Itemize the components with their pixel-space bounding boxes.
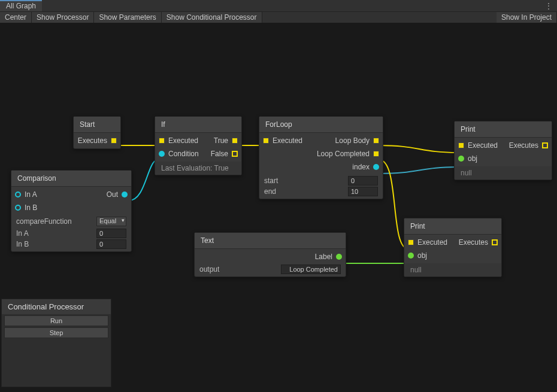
port-obj[interactable]: obj [408, 249, 427, 262]
port-executed[interactable]: Executed [159, 134, 198, 147]
exec-port-icon [263, 138, 269, 144]
port-label: Loop Completed [317, 150, 370, 158]
node-title: Start [74, 117, 120, 133]
tab-spacer [42, 0, 540, 11]
port-executed[interactable]: Executed [408, 236, 447, 249]
data-port-icon [159, 151, 165, 157]
node-start[interactable]: Start Executes [73, 116, 121, 149]
node-if[interactable]: If Executed Condition True False [155, 116, 242, 175]
port-label: Executed [417, 238, 447, 247]
port-label: True [214, 136, 228, 145]
port-label[interactable]: Label [315, 250, 342, 263]
exec-port-icon [232, 151, 238, 157]
port-obj[interactable]: obj [458, 152, 477, 165]
step-button[interactable]: Step [4, 327, 108, 338]
node-title: If [155, 117, 241, 133]
exec-port-icon [492, 239, 498, 245]
port-executed[interactable]: Executed [458, 139, 498, 152]
field-label: compareFunction [16, 217, 93, 226]
port-false[interactable]: False [211, 147, 238, 160]
port-index[interactable]: index [352, 160, 379, 174]
exec-port-icon [159, 138, 165, 144]
node-print-1[interactable]: Print Executed obj Executes null [454, 121, 552, 180]
in-b-input[interactable] [96, 239, 126, 249]
port-condition[interactable]: Condition [159, 147, 199, 160]
null-value: null [455, 166, 552, 180]
field-label: In A [16, 229, 93, 238]
tab-all-graph[interactable]: All Graph [0, 0, 42, 11]
node-title: ForLoop [259, 117, 383, 133]
toolbar-spacer [262, 12, 497, 23]
end-field: end [259, 187, 383, 199]
show-in-project-button[interactable]: Show In Project [497, 12, 557, 23]
port-label: Executed [468, 141, 498, 150]
port-label: obj [468, 154, 477, 163]
exec-port-icon [542, 142, 548, 148]
null-value: null [404, 263, 501, 276]
graph-canvas[interactable]: Start Executes If Executed Condition [0, 23, 557, 392]
port-label: Condition [168, 150, 199, 158]
conditional-processor-panel[interactable]: Conditional Processor Run Step [1, 299, 111, 387]
port-label: In B [25, 203, 37, 212]
node-text[interactable]: Text Label output [194, 232, 346, 277]
in-a-input[interactable] [96, 229, 126, 238]
tab-bar: All Graph ⋮ [0, 0, 557, 12]
toolbar: Center Show Processor Show Parameters Sh… [0, 12, 557, 23]
port-executes[interactable]: Executes [78, 134, 117, 147]
node-title: Print [404, 218, 501, 235]
node-title: Comparison [11, 171, 131, 187]
show-conditional-button[interactable]: Show Conditional Processor [162, 12, 262, 23]
node-print-2[interactable]: Print Executed obj Executes null [404, 218, 502, 277]
port-label: Executed [168, 136, 198, 145]
node-title: Print [455, 121, 552, 138]
port-loop-completed[interactable]: Loop Completed [317, 147, 379, 160]
port-in-b[interactable]: In B [15, 201, 37, 214]
port-label: obj [417, 251, 427, 260]
port-label: Executes [459, 238, 488, 247]
center-button[interactable]: Center [0, 12, 32, 23]
exec-port-icon [458, 142, 464, 148]
exec-port-icon [232, 138, 238, 144]
start-input[interactable] [348, 176, 378, 186]
port-loop-body[interactable]: Loop Body [335, 134, 379, 147]
field-label: end [264, 187, 344, 196]
port-label: Loop Body [335, 136, 370, 145]
last-evaluation: Last Evaluation: True [155, 162, 241, 175]
exec-port-icon [408, 239, 414, 245]
field-label: output [199, 265, 277, 274]
port-label: Executes [78, 136, 107, 145]
port-label: False [211, 150, 228, 158]
kebab-menu-icon[interactable]: ⋮ [540, 0, 557, 11]
data-port-icon [122, 192, 128, 197]
in-a-field: In A [11, 227, 131, 239]
compare-function-dropdown[interactable]: Equal [96, 217, 126, 226]
start-field: start [259, 175, 383, 187]
show-parameters-button[interactable]: Show Parameters [94, 12, 161, 23]
node-comparison[interactable]: Comparison In A In B Out compareFu [11, 170, 132, 252]
end-input[interactable] [348, 187, 378, 196]
port-true[interactable]: True [214, 134, 238, 147]
port-in-a[interactable]: In A [15, 188, 37, 201]
panel-title: Conditional Processor [2, 299, 111, 314]
data-port-icon [408, 253, 414, 259]
port-label: Executes [509, 141, 538, 150]
show-processor-button[interactable]: Show Processor [32, 12, 94, 23]
exec-port-icon [373, 151, 379, 157]
port-label: In A [25, 190, 37, 199]
node-forloop[interactable]: ForLoop Executed Loop Body Loop Complete… [259, 116, 383, 199]
node-title: Text [195, 233, 346, 249]
output-field: output [195, 265, 346, 276]
run-button[interactable]: Run [4, 315, 108, 326]
port-executes[interactable]: Executes [459, 236, 498, 249]
output-input[interactable] [281, 265, 341, 274]
data-port-icon [373, 164, 379, 170]
data-port-icon [458, 156, 464, 162]
port-executes[interactable]: Executes [509, 139, 548, 152]
exec-port-icon [373, 138, 379, 144]
port-label: index [352, 163, 370, 171]
port-out[interactable]: Out [107, 188, 128, 201]
field-label: In B [16, 240, 93, 248]
port-label: Executed [273, 136, 302, 145]
port-executed[interactable]: Executed [263, 134, 302, 147]
in-b-field: In B [11, 239, 131, 251]
